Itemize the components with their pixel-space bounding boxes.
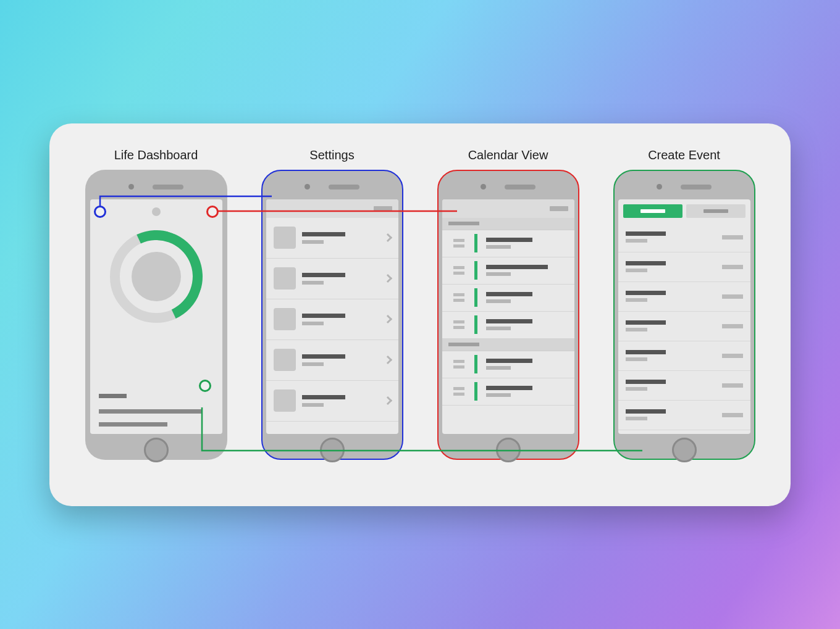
dashboard-text-block [99, 394, 214, 427]
thumbnail-icon [274, 308, 296, 330]
event-text [486, 386, 532, 397]
calendar-event-row[interactable] [442, 378, 574, 406]
camera-icon [657, 184, 662, 190]
event-accent-bar [474, 234, 477, 252]
screen-title: Life Dashboard [114, 148, 198, 162]
camera-icon [481, 184, 486, 190]
form-row[interactable] [618, 223, 750, 252]
form-row[interactable] [618, 341, 750, 371]
calendar-event-row[interactable] [442, 230, 574, 257]
field-value [722, 294, 743, 299]
phone-top-bar [90, 175, 222, 199]
thumbnail-icon [274, 227, 296, 249]
screen-life-dashboard: Life Dashboard [79, 148, 233, 460]
placeholder-line [99, 394, 127, 398]
form-row[interactable] [618, 282, 750, 312]
event-accent-bar [474, 355, 477, 373]
field-label [626, 291, 666, 302]
settings-row[interactable] [266, 259, 398, 299]
row-text [302, 314, 379, 325]
field-value [722, 383, 743, 388]
time-label [453, 360, 466, 369]
camera-icon [128, 184, 134, 190]
row-text [302, 273, 379, 285]
thumbnail-icon [274, 349, 296, 371]
time-label [453, 320, 466, 329]
calendar-section-header [442, 339, 574, 351]
nav-action-placeholder[interactable] [374, 206, 392, 211]
dashboard-header [90, 199, 222, 224]
progress-ring [110, 230, 203, 323]
event-text [486, 359, 532, 370]
speaker-icon [329, 185, 359, 190]
tab-active[interactable] [623, 204, 682, 218]
event-accent-bar [474, 315, 477, 334]
chevron-right-icon [383, 396, 392, 405]
field-value [722, 265, 743, 269]
phone-top-bar [442, 175, 574, 199]
speaker-icon [505, 185, 536, 190]
nav-node-create-event[interactable] [199, 380, 211, 392]
field-value [722, 324, 743, 328]
home-button-icon[interactable] [320, 438, 345, 462]
event-text [486, 238, 532, 249]
phone-screen [618, 199, 750, 434]
screen-title: Calendar View [468, 148, 548, 162]
time-label [453, 239, 466, 248]
screen-create-event: Create Event [607, 148, 762, 460]
header-dot-icon [152, 207, 161, 216]
home-button-icon[interactable] [144, 438, 169, 462]
speaker-icon [153, 185, 183, 190]
calendar-event-row[interactable] [442, 312, 574, 339]
settings-row[interactable] [266, 218, 398, 259]
event-accent-bar [474, 382, 477, 401]
chevron-right-icon [383, 233, 392, 242]
settings-row[interactable] [266, 299, 398, 340]
speaker-icon [681, 185, 712, 190]
field-value [722, 354, 743, 358]
nav-node-calendar[interactable] [206, 206, 219, 218]
calendar-section-header [442, 218, 574, 230]
field-label [626, 320, 666, 331]
settings-row[interactable] [266, 340, 398, 381]
chevron-right-icon [383, 356, 392, 364]
calendar-event-row[interactable] [442, 257, 574, 285]
screen-title: Create Event [648, 148, 720, 162]
nav-action-placeholder[interactable] [550, 206, 568, 211]
form-row[interactable] [618, 371, 750, 401]
tab-inactive[interactable] [686, 204, 746, 218]
event-text [486, 292, 532, 303]
row-text [302, 232, 379, 244]
nav-bar [442, 199, 574, 218]
placeholder-line [99, 422, 168, 427]
ring-center [132, 252, 181, 301]
home-button-icon[interactable] [672, 438, 697, 462]
phone-top-bar [266, 175, 398, 199]
screen-title: Settings [309, 148, 354, 162]
home-button-icon[interactable] [496, 438, 521, 462]
field-label [626, 231, 666, 243]
time-label [453, 293, 466, 302]
phone-screen [266, 199, 398, 434]
event-accent-bar [474, 261, 477, 280]
thumbnail-icon [274, 267, 296, 290]
row-text [302, 354, 379, 366]
time-label [453, 266, 466, 275]
chevron-right-icon [383, 315, 392, 323]
field-label [626, 261, 666, 272]
screen-calendar-view: Calendar View [431, 148, 586, 460]
field-value [722, 235, 743, 240]
event-accent-bar [474, 288, 477, 307]
calendar-event-row[interactable] [442, 285, 574, 312]
chevron-right-icon [383, 274, 392, 283]
calendar-event-row[interactable] [442, 351, 574, 378]
settings-row[interactable] [266, 381, 398, 422]
form-row[interactable] [618, 252, 750, 282]
nav-node-settings[interactable] [94, 206, 106, 218]
phone-top-bar [618, 175, 750, 199]
field-label [626, 380, 666, 391]
time-label [453, 387, 466, 396]
form-row[interactable] [618, 401, 750, 430]
form-row[interactable] [618, 312, 750, 341]
phone-screen [90, 199, 222, 434]
